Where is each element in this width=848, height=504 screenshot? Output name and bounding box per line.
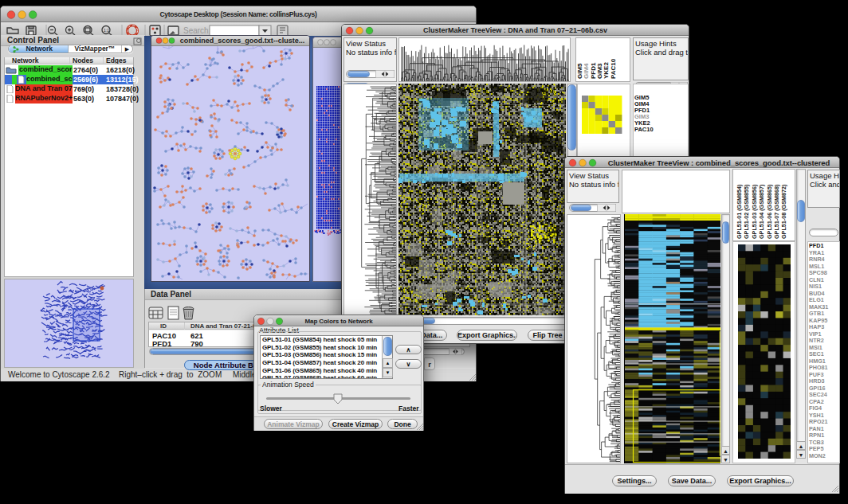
svg-text:GPL51-04 (GSM857): GPL51-04 (GSM857) <box>758 184 765 239</box>
svg-text:GPL51-03 (GSM856): GPL51-03 (GSM856) <box>751 184 758 239</box>
svg-text:Search:: Search: <box>183 26 210 35</box>
svg-text:GPL51-02 (GSM855): GPL51-02 (GSM855) <box>743 184 750 239</box>
svg-text:GPL51-06 (GSM865): GPL51-06 (GSM865) <box>766 184 773 239</box>
svg-text:PAC10: PAC10 <box>610 58 617 79</box>
svg-text:GPL51-01 (GSM854): GPL51-01 (GSM854) <box>736 184 743 239</box>
svg-text:GPL51-07 (GSM868): GPL51-07 (GSM868) <box>773 184 780 239</box>
svg-text:GPL51-08 (GSM872): GPL51-08 (GSM872) <box>780 184 787 239</box>
